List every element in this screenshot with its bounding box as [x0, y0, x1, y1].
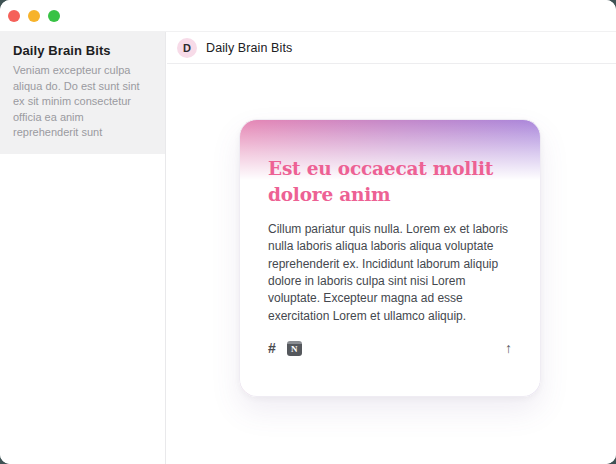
- post-body: Cillum pariatur quis nulla. Lorem ex et …: [268, 221, 512, 325]
- sidebar-item-title: Daily Brain Bits: [13, 43, 152, 58]
- up-arrow-icon[interactable]: ↑: [505, 341, 512, 356]
- post-footer: # N ↑: [268, 341, 512, 356]
- content-header: D Daily Brain Bits: [167, 32, 616, 64]
- app-window: Daily Brain Bits Veniam excepteur culpa …: [0, 0, 616, 464]
- content-area: Est eu occaecat mollit dolore anim Cillu…: [167, 119, 616, 397]
- sidebar-item-daily-brain-bits[interactable]: Daily Brain Bits Veniam excepteur culpa …: [0, 32, 165, 154]
- hashtag-icon[interactable]: #: [268, 341, 276, 356]
- window-titlebar: [0, 0, 616, 32]
- notion-icon[interactable]: N: [287, 341, 302, 356]
- minimize-window-button[interactable]: [28, 10, 40, 22]
- post-title: Est eu occaecat mollit dolore anim: [268, 156, 512, 208]
- zoom-window-button[interactable]: [48, 10, 60, 22]
- feed-avatar: D: [177, 38, 197, 58]
- sidebar: Daily Brain Bits Veniam excepteur culpa …: [0, 32, 166, 464]
- page-title: Daily Brain Bits: [206, 41, 292, 55]
- sidebar-item-description: Veniam excepteur culpa aliqua do. Do est…: [13, 63, 152, 141]
- close-window-button[interactable]: [8, 10, 20, 22]
- post-card: Est eu occaecat mollit dolore anim Cillu…: [239, 119, 541, 397]
- main-panel: D Daily Brain Bits Est eu occaecat molli…: [167, 32, 616, 464]
